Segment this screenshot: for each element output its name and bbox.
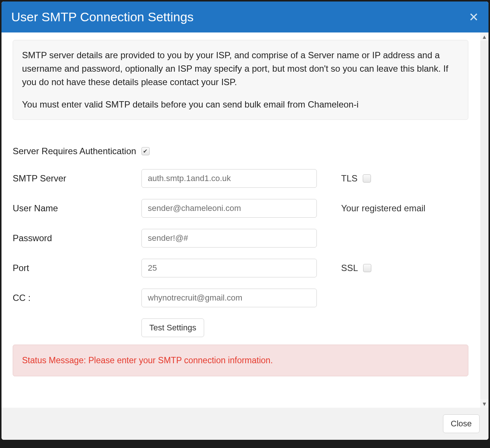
check-icon: ✔	[143, 148, 148, 155]
password-label: Password	[13, 233, 134, 243]
smtp-server-input[interactable]	[141, 169, 317, 188]
tls-label: TLS	[341, 173, 358, 184]
dialog-header: User SMTP Connection Settings ✕	[1, 1, 489, 32]
server-label: SMTP Server	[13, 173, 134, 184]
auth-row: Server Requires Authentication ✔	[13, 146, 476, 156]
close-icon[interactable]: ✕	[469, 11, 479, 23]
tls-row: TLS	[326, 173, 476, 184]
scroll-down-arrow-icon[interactable]: ▼	[480, 399, 489, 408]
password-input[interactable]	[141, 229, 317, 248]
ssl-checkbox[interactable]	[363, 264, 371, 272]
smtp-settings-dialog: User SMTP Connection Settings ✕ SMTP ser…	[1, 1, 489, 440]
fields-grid: SMTP Server TLS User Name Your registere…	[13, 169, 476, 337]
close-button[interactable]: Close	[443, 414, 480, 433]
scroll-track[interactable]	[480, 41, 489, 399]
cc-input[interactable]	[141, 289, 317, 307]
ssl-label: SSL	[341, 263, 358, 273]
username-label: User Name	[13, 203, 134, 214]
registered-email-label: Your registered email	[341, 203, 425, 214]
port-input[interactable]	[141, 259, 317, 277]
dialog-footer: Close	[1, 408, 489, 440]
dialog-title: User SMTP Connection Settings	[11, 10, 194, 24]
info-panel: SMTP server details are provided to you …	[13, 40, 468, 120]
info-text-1: SMTP server details are provided to you …	[22, 49, 459, 89]
registered-email-row: Your registered email	[326, 203, 476, 214]
smtp-form: Server Requires Authentication ✔ SMTP Se…	[13, 146, 476, 376]
cc-label: CC :	[13, 293, 134, 303]
dialog-body: SMTP server details are provided to you …	[1, 32, 480, 408]
dialog-body-wrap: SMTP server details are provided to you …	[1, 32, 489, 408]
port-label: Port	[13, 263, 134, 273]
test-settings-button[interactable]: Test Settings	[141, 318, 204, 337]
username-input[interactable]	[141, 199, 317, 218]
vertical-scrollbar[interactable]: ▲ ▼	[480, 32, 489, 408]
auth-label: Server Requires Authentication	[13, 146, 136, 156]
tls-checkbox[interactable]	[363, 174, 371, 183]
info-text-2: You must enter valid SMTP details before…	[22, 98, 459, 111]
ssl-row: SSL	[326, 263, 476, 273]
scroll-up-arrow-icon[interactable]: ▲	[480, 32, 489, 41]
auth-checkbox[interactable]: ✔	[141, 147, 150, 155]
status-message: Status Message: Please enter your SMTP c…	[13, 345, 468, 376]
